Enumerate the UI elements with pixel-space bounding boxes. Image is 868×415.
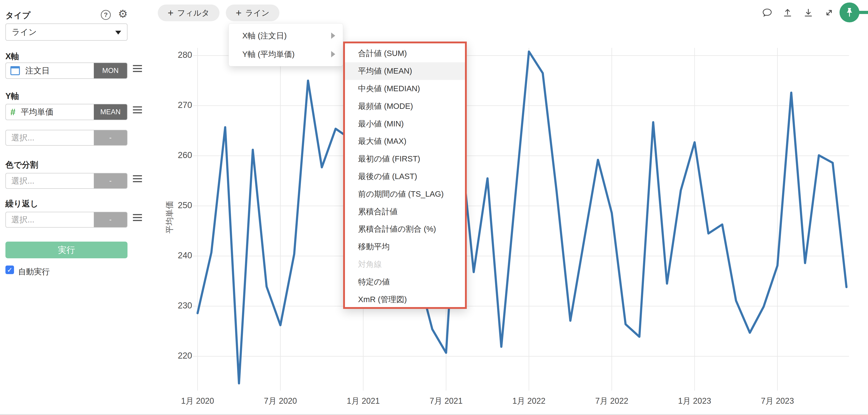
submenu-item[interactable]: 合計値 (SUM)	[345, 45, 465, 62]
aggregation-submenu: 合計値 (SUM)平均値 (MEAN)中央値 (MEDIAN)最頻値 (MODE…	[343, 41, 467, 309]
context-menu-item[interactable]: X軸 (注文日)	[229, 26, 343, 45]
line-context-menu: X軸 (注文日)Y軸 (平均単価)	[228, 23, 343, 66]
submenu-item[interactable]: 最大値 (MAX)	[345, 133, 465, 150]
submenu-item-label: 合計値 (SUM)	[358, 48, 407, 59]
x-axis-tick-label: 7月 2022	[578, 395, 646, 407]
y-axis-tick-label: 240	[158, 251, 192, 260]
submenu-item-label: 累積合計値の割合 (%)	[358, 224, 436, 234]
y-axis-tick-label: 220	[158, 351, 192, 360]
y-axis-tick-label: 250	[158, 201, 192, 210]
submenu-item-label: 平均値 (MEAN)	[358, 66, 412, 76]
submenu-item-label: 前の期間の値 (TS_LAG)	[358, 189, 444, 199]
series-line[interactable]	[197, 51, 846, 383]
submenu-item-label: 特定の値	[358, 277, 390, 287]
submenu-arrow-icon	[331, 51, 335, 57]
submenu-item: 対角線	[345, 255, 465, 273]
submenu-item[interactable]: 中央値 (MEDIAN)	[345, 80, 465, 98]
submenu-arrow-icon	[331, 33, 335, 39]
submenu-item-label: 最小値 (MIN)	[358, 118, 404, 129]
submenu-item[interactable]: XmR (管理図)	[345, 290, 465, 308]
submenu-item-label: 対角線	[358, 259, 382, 270]
x-axis-tick-label: 7月 2021	[412, 395, 480, 407]
submenu-item[interactable]: 特定の値	[345, 273, 465, 290]
submenu-item-label: 最頻値 (MODE)	[358, 101, 413, 111]
submenu-item-label: 累積合計値	[358, 206, 398, 217]
window-bottom-border	[0, 414, 868, 415]
x-axis-tick-label: 7月 2020	[246, 395, 314, 407]
y-axis-tick-label: 270	[158, 100, 192, 110]
submenu-item[interactable]: 最小値 (MIN)	[345, 115, 465, 133]
pin-icon	[844, 6, 855, 18]
submenu-item[interactable]: 前の期間の値 (TS_LAG)	[345, 185, 465, 203]
pin-button[interactable]	[839, 2, 860, 22]
submenu-item-label: 最大値 (MAX)	[358, 136, 406, 146]
submenu-item-label: 移動平均	[358, 241, 390, 252]
submenu-item[interactable]: 移動平均	[345, 238, 465, 255]
y-axis-tick-label: 280	[158, 50, 192, 60]
x-axis-tick-label: 1月 2022	[495, 395, 563, 407]
x-axis-tick-label: 1月 2020	[164, 395, 231, 407]
submenu-item[interactable]: 最初の値 (FIRST)	[345, 150, 465, 168]
submenu-item[interactable]: 累積合計値の割合 (%)	[345, 220, 465, 238]
submenu-item-label: 中央値 (MEDIAN)	[358, 83, 420, 94]
x-axis-tick-label: 1月 2023	[661, 395, 728, 407]
submenu-item-label: 最後の値 (LAST)	[358, 171, 417, 182]
y-axis-tick-label: 230	[158, 301, 192, 310]
submenu-item-label: XmR (管理図)	[358, 294, 407, 305]
submenu-item[interactable]: 累積合計値	[345, 203, 465, 220]
context-menu-item-label: X軸 (注文日)	[242, 31, 287, 41]
submenu-item[interactable]: 平均値 (MEAN)	[345, 62, 465, 80]
submenu-item-label: 最初の値 (FIRST)	[358, 153, 420, 164]
submenu-item[interactable]: 最後の値 (LAST)	[345, 168, 465, 185]
x-axis-tick-label: 7月 2023	[743, 395, 811, 407]
context-menu-item[interactable]: Y軸 (平均単価)	[229, 45, 343, 64]
x-axis-tick-label: 1月 2021	[329, 395, 397, 407]
y-axis-tick-label: 260	[158, 150, 192, 160]
submenu-item[interactable]: 最頻値 (MODE)	[345, 97, 465, 115]
y-axis-title: 平均単価	[164, 183, 174, 251]
context-menu-item-label: Y軸 (平均単価)	[242, 49, 294, 60]
